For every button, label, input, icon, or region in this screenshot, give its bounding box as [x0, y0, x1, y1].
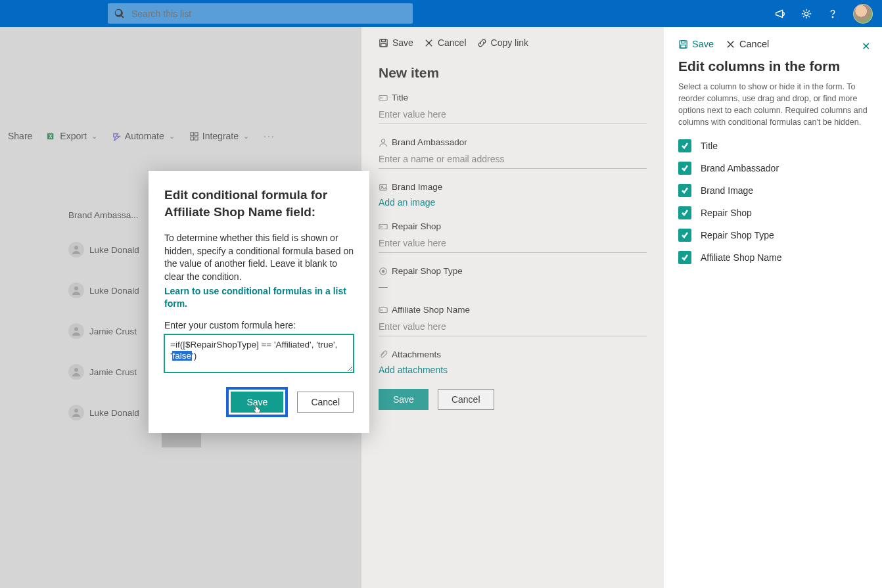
checkbox-icon[interactable] — [678, 229, 691, 242]
add-image-link[interactable]: Add an image — [379, 196, 435, 208]
panel-save-button[interactable]: Save — [379, 37, 413, 48]
conditional-formula-modal: Edit conditional formula for Affiliate S… — [149, 171, 369, 433]
gear-icon[interactable] — [801, 8, 812, 20]
text-field-icon — [379, 305, 388, 315]
svg-point-21 — [382, 270, 384, 273]
checkbox-icon[interactable] — [678, 139, 691, 152]
svg-point-0 — [804, 12, 808, 15]
edit-panel-save-button[interactable]: Save — [678, 39, 714, 49]
megaphone-icon[interactable] — [774, 8, 786, 20]
edit-panel-title: Edit columns in the form — [678, 58, 868, 74]
person-icon — [68, 242, 84, 258]
column-item-brand-image[interactable]: Brand Image — [678, 184, 868, 197]
repair-shop-type-value[interactable]: — — [379, 280, 647, 292]
text-field-icon — [379, 93, 388, 102]
panel-footer-buttons: Save Cancel — [379, 389, 647, 410]
row-name: Luke Donald — [89, 286, 139, 296]
top-right-actions — [774, 4, 873, 24]
pill-tag — [162, 433, 201, 447]
column-item-title[interactable]: Title — [678, 139, 868, 152]
copy-link-button[interactable]: Copy link — [477, 37, 529, 48]
svg-point-16 — [381, 139, 384, 142]
integrate-button[interactable]: Integrate⌄ — [187, 128, 252, 144]
row-name: Luke Donald — [89, 245, 139, 255]
svg-point-9 — [74, 327, 78, 331]
text-field-icon — [379, 222, 388, 231]
person-icon — [68, 283, 84, 298]
field-attachments: Attachments Add attachments — [379, 350, 647, 376]
svg-rect-24 — [682, 40, 685, 43]
svg-point-11 — [74, 409, 78, 413]
modal-save-button[interactable]: Save — [231, 392, 283, 413]
svg-point-7 — [74, 246, 78, 250]
column-item-affiliate-shop-name[interactable]: Affiliate Shop Name — [678, 251, 868, 264]
column-item-repair-shop[interactable]: Repair Shop — [678, 206, 868, 219]
close-icon[interactable]: ✕ — [862, 40, 870, 53]
choice-icon — [379, 267, 388, 276]
svg-rect-22 — [379, 307, 387, 312]
learn-more-link[interactable]: Learn to use conditional formulas in a l… — [164, 285, 354, 311]
row-name: Jamie Crust — [89, 367, 137, 377]
modal-body-text: To determine whether this field is shown… — [164, 232, 354, 283]
column-checklist: Title Brand Ambassador Brand Image Repai… — [678, 139, 868, 264]
share-button[interactable]: Share — [5, 128, 35, 144]
svg-rect-4 — [195, 132, 198, 135]
search-box[interactable] — [108, 3, 413, 24]
person-icon — [68, 405, 84, 420]
more-actions-button[interactable]: ··· — [261, 128, 278, 144]
checkbox-icon[interactable] — [678, 251, 691, 264]
svg-rect-25 — [681, 45, 686, 48]
help-icon[interactable] — [827, 8, 839, 20]
svg-rect-6 — [195, 137, 198, 140]
column-item-repair-shop-type[interactable]: Repair Shop Type — [678, 229, 868, 242]
repair-shop-input[interactable] — [379, 235, 647, 253]
person-icon — [379, 138, 388, 147]
panel-action-bar: Save Cancel Copy link — [379, 37, 647, 48]
export-button[interactable]: Export⌄ — [44, 128, 99, 144]
edit-columns-panel: Save Cancel ✕ Edit columns in the form S… — [664, 27, 882, 588]
edit-panel-description: Select a column to show or hide it in th… — [678, 81, 868, 129]
checkbox-icon[interactable] — [678, 184, 691, 197]
command-bar: Share Export⌄ Automate⌄ Integrate⌄ ··· — [0, 128, 278, 144]
row-name: Luke Donald — [89, 408, 139, 418]
svg-rect-5 — [191, 137, 194, 140]
automate-button[interactable]: Automate⌄ — [109, 128, 177, 144]
affiliate-shop-input[interactable] — [379, 319, 647, 336]
search-input[interactable] — [131, 9, 406, 19]
user-avatar[interactable] — [853, 4, 873, 24]
modal-title: Edit conditional formula for Affiliate S… — [164, 187, 354, 220]
row-name: Jamie Crust — [89, 327, 137, 336]
tutorial-highlight: Save — [226, 387, 288, 417]
attachment-icon — [379, 350, 388, 359]
svg-point-10 — [74, 368, 78, 372]
checkbox-icon[interactable] — [678, 206, 691, 219]
title-input[interactable] — [379, 106, 647, 124]
search-icon — [114, 9, 125, 19]
add-attachments-link[interactable]: Add attachments — [379, 363, 448, 375]
svg-rect-19 — [379, 224, 387, 229]
formula-label: Enter your custom formula here: — [164, 320, 354, 330]
svg-point-1 — [832, 16, 833, 17]
person-icon — [68, 364, 84, 380]
edit-panel-cancel-button[interactable]: Cancel — [726, 39, 769, 49]
image-icon — [379, 183, 388, 192]
svg-rect-15 — [379, 95, 387, 100]
formula-textarea[interactable] — [164, 334, 354, 373]
panel-cancel-button[interactable]: Cancel — [424, 37, 467, 48]
panel-cancel-footer-button[interactable]: Cancel — [438, 389, 494, 410]
panel-title: New item — [379, 65, 647, 81]
field-brand-ambassador: Brand Ambassador — [379, 137, 647, 169]
column-item-brand-ambassador[interactable]: Brand Ambassador — [678, 162, 868, 175]
svg-rect-3 — [191, 132, 194, 135]
field-affiliate-shop-name: Affiliate Shop Name — [379, 305, 647, 336]
panel-save-footer-button[interactable]: Save — [379, 389, 429, 410]
checkbox-icon[interactable] — [678, 162, 691, 175]
top-bar — [0, 0, 882, 27]
field-brand-image: Brand Image Add an image — [379, 182, 647, 208]
svg-point-8 — [74, 286, 78, 290]
new-item-panel: Save Cancel Copy link New item Title Bra… — [361, 27, 664, 588]
svg-rect-14 — [381, 43, 386, 47]
brand-ambassador-input[interactable] — [379, 151, 647, 169]
modal-cancel-button[interactable]: Cancel — [297, 392, 354, 413]
person-icon — [68, 323, 84, 339]
